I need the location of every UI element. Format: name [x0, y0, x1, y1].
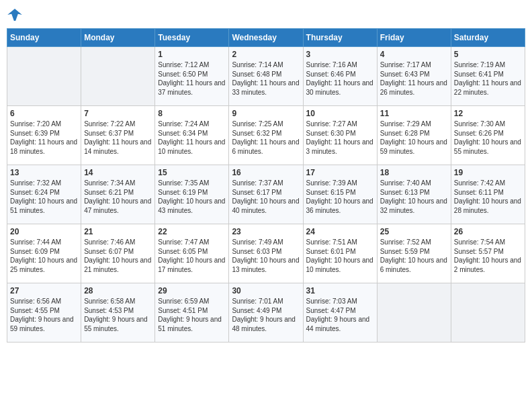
day-cell: 28Sunrise: 6:58 AM Sunset: 4:53 PM Dayli… — [81, 283, 155, 342]
day-number: 9 — [232, 109, 300, 118]
header-cell-thursday: Thursday — [303, 29, 377, 47]
day-number: 25 — [380, 227, 448, 236]
day-content: Sunrise: 7:24 AM Sunset: 6:34 PM Dayligh… — [158, 120, 226, 156]
header-cell-wednesday: Wednesday — [229, 29, 303, 47]
day-cell — [7, 47, 81, 106]
day-number: 26 — [454, 227, 522, 236]
day-number: 20 — [10, 227, 78, 236]
day-number: 14 — [84, 168, 152, 177]
day-cell: 12Sunrise: 7:30 AM Sunset: 6:26 PM Dayli… — [451, 106, 525, 165]
header-cell-sunday: Sunday — [7, 29, 81, 47]
day-content: Sunrise: 6:59 AM Sunset: 4:51 PM Dayligh… — [158, 297, 226, 333]
day-content: Sunrise: 7:17 AM Sunset: 6:43 PM Dayligh… — [380, 60, 448, 97]
day-content: Sunrise: 7:39 AM Sunset: 6:15 PM Dayligh… — [306, 179, 374, 215]
day-content: Sunrise: 7:35 AM Sunset: 6:19 PM Dayligh… — [158, 179, 226, 215]
day-content: Sunrise: 7:37 AM Sunset: 6:17 PM Dayligh… — [232, 179, 300, 215]
day-number: 17 — [306, 168, 374, 177]
week-row-4: 20Sunrise: 7:44 AM Sunset: 6:09 PM Dayli… — [7, 224, 525, 283]
day-cell: 29Sunrise: 6:59 AM Sunset: 4:51 PM Dayli… — [155, 283, 229, 342]
day-number: 8 — [158, 109, 226, 118]
day-number: 24 — [306, 227, 374, 236]
day-cell: 14Sunrise: 7:34 AM Sunset: 6:21 PM Dayli… — [81, 165, 155, 224]
day-cell: 25Sunrise: 7:52 AM Sunset: 5:59 PM Dayli… — [377, 224, 451, 283]
day-cell: 8Sunrise: 7:24 AM Sunset: 6:34 PM Daylig… — [155, 106, 229, 165]
day-content: Sunrise: 7:42 AM Sunset: 6:11 PM Dayligh… — [454, 179, 522, 215]
day-content: Sunrise: 7:19 AM Sunset: 6:41 PM Dayligh… — [454, 60, 522, 97]
day-cell: 15Sunrise: 7:35 AM Sunset: 6:19 PM Dayli… — [155, 165, 229, 224]
day-cell: 11Sunrise: 7:29 AM Sunset: 6:28 PM Dayli… — [377, 106, 451, 165]
day-number: 1 — [158, 50, 226, 59]
day-cell: 9Sunrise: 7:25 AM Sunset: 6:32 PM Daylig… — [229, 106, 303, 165]
day-content: Sunrise: 7:34 AM Sunset: 6:21 PM Dayligh… — [84, 179, 152, 215]
day-number: 19 — [454, 168, 522, 177]
day-cell: 5Sunrise: 7:19 AM Sunset: 6:41 PM Daylig… — [451, 47, 525, 106]
day-number: 21 — [84, 227, 152, 236]
day-content: Sunrise: 6:58 AM Sunset: 4:53 PM Dayligh… — [84, 297, 152, 333]
day-cell: 10Sunrise: 7:27 AM Sunset: 6:30 PM Dayli… — [303, 106, 377, 165]
week-row-1: 1Sunrise: 7:12 AM Sunset: 6:50 PM Daylig… — [7, 47, 525, 106]
svg-marker-0 — [7, 9, 22, 21]
header-row: SundayMondayTuesdayWednesdayThursdayFrid… — [7, 29, 525, 47]
day-number: 23 — [232, 227, 300, 236]
header-cell-friday: Friday — [377, 29, 451, 47]
calendar-header: SundayMondayTuesdayWednesdayThursdayFrid… — [7, 29, 525, 47]
day-cell: 21Sunrise: 7:46 AM Sunset: 6:07 PM Dayli… — [81, 224, 155, 283]
day-content: Sunrise: 7:12 AM Sunset: 6:50 PM Dayligh… — [158, 60, 226, 97]
day-content: Sunrise: 7:46 AM Sunset: 6:07 PM Dayligh… — [84, 238, 152, 274]
day-number: 28 — [84, 286, 152, 295]
day-number: 16 — [232, 168, 300, 177]
day-number: 4 — [380, 50, 448, 59]
day-cell: 7Sunrise: 7:22 AM Sunset: 6:37 PM Daylig… — [81, 106, 155, 165]
day-content: Sunrise: 6:56 AM Sunset: 4:55 PM Dayligh… — [10, 297, 78, 333]
week-row-3: 13Sunrise: 7:32 AM Sunset: 6:24 PM Dayli… — [7, 165, 525, 224]
day-number: 15 — [158, 168, 226, 177]
day-content: Sunrise: 7:40 AM Sunset: 6:13 PM Dayligh… — [380, 179, 448, 215]
day-content: Sunrise: 7:01 AM Sunset: 4:49 PM Dayligh… — [232, 297, 300, 333]
day-cell: 23Sunrise: 7:49 AM Sunset: 6:03 PM Dayli… — [229, 224, 303, 283]
day-content: Sunrise: 7:03 AM Sunset: 4:47 PM Dayligh… — [306, 297, 374, 333]
calendar-body: 1Sunrise: 7:12 AM Sunset: 6:50 PM Daylig… — [7, 47, 525, 342]
week-row-5: 27Sunrise: 6:56 AM Sunset: 4:55 PM Dayli… — [7, 283, 525, 342]
day-cell: 30Sunrise: 7:01 AM Sunset: 4:49 PM Dayli… — [229, 283, 303, 342]
day-cell: 13Sunrise: 7:32 AM Sunset: 6:24 PM Dayli… — [7, 165, 81, 224]
day-number: 2 — [232, 50, 300, 59]
day-cell: 20Sunrise: 7:44 AM Sunset: 6:09 PM Dayli… — [7, 224, 81, 283]
day-cell: 18Sunrise: 7:40 AM Sunset: 6:13 PM Dayli… — [377, 165, 451, 224]
day-number: 30 — [232, 286, 300, 295]
day-cell: 2Sunrise: 7:14 AM Sunset: 6:48 PM Daylig… — [229, 47, 303, 106]
week-row-2: 6Sunrise: 7:20 AM Sunset: 6:39 PM Daylig… — [7, 106, 525, 165]
day-cell: 3Sunrise: 7:16 AM Sunset: 6:46 PM Daylig… — [303, 47, 377, 106]
day-cell — [377, 283, 451, 342]
day-number: 18 — [380, 168, 448, 177]
day-cell — [451, 283, 525, 342]
day-number: 27 — [10, 286, 78, 295]
calendar-table: SundayMondayTuesdayWednesdayThursdayFrid… — [7, 28, 525, 342]
day-content: Sunrise: 7:54 AM Sunset: 5:57 PM Dayligh… — [454, 238, 522, 274]
day-cell: 17Sunrise: 7:39 AM Sunset: 6:15 PM Dayli… — [303, 165, 377, 224]
day-content: Sunrise: 7:27 AM Sunset: 6:30 PM Dayligh… — [306, 120, 374, 156]
day-number: 10 — [306, 109, 374, 118]
header — [7, 7, 525, 23]
day-cell: 27Sunrise: 6:56 AM Sunset: 4:55 PM Dayli… — [7, 283, 81, 342]
day-number: 22 — [158, 227, 226, 236]
day-cell: 4Sunrise: 7:17 AM Sunset: 6:43 PM Daylig… — [377, 47, 451, 106]
logo — [7, 7, 26, 23]
day-content: Sunrise: 7:30 AM Sunset: 6:26 PM Dayligh… — [454, 120, 522, 156]
header-cell-tuesday: Tuesday — [155, 29, 229, 47]
day-cell: 31Sunrise: 7:03 AM Sunset: 4:47 PM Dayli… — [303, 283, 377, 342]
day-cell: 16Sunrise: 7:37 AM Sunset: 6:17 PM Dayli… — [229, 165, 303, 224]
day-content: Sunrise: 7:52 AM Sunset: 5:59 PM Dayligh… — [380, 238, 448, 274]
logo-bird-icon — [7, 7, 23, 23]
day-cell: 26Sunrise: 7:54 AM Sunset: 5:57 PM Dayli… — [451, 224, 525, 283]
day-cell: 1Sunrise: 7:12 AM Sunset: 6:50 PM Daylig… — [155, 47, 229, 106]
day-content: Sunrise: 7:25 AM Sunset: 6:32 PM Dayligh… — [232, 120, 300, 156]
day-number: 3 — [306, 50, 374, 59]
day-content: Sunrise: 7:20 AM Sunset: 6:39 PM Dayligh… — [10, 120, 78, 156]
header-cell-monday: Monday — [81, 29, 155, 47]
day-cell: 22Sunrise: 7:47 AM Sunset: 6:05 PM Dayli… — [155, 224, 229, 283]
day-cell: 24Sunrise: 7:51 AM Sunset: 6:01 PM Dayli… — [303, 224, 377, 283]
day-content: Sunrise: 7:22 AM Sunset: 6:37 PM Dayligh… — [84, 120, 152, 156]
day-cell: 6Sunrise: 7:20 AM Sunset: 6:39 PM Daylig… — [7, 106, 81, 165]
day-cell: 19Sunrise: 7:42 AM Sunset: 6:11 PM Dayli… — [451, 165, 525, 224]
day-number: 12 — [454, 109, 522, 118]
